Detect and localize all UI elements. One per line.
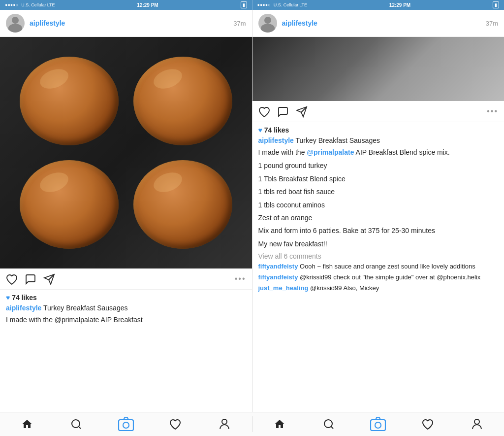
right-caption: aiplifestyle Turkey Breakfast Sausages: [258, 136, 499, 146]
left-caption-body: I made with the @primalpalate AIP Breakf…: [6, 315, 246, 325]
nav-left: [0, 412, 252, 436]
nav-camera-left[interactable]: [115, 413, 137, 435]
right-comment-icon[interactable]: [277, 105, 289, 118]
time-left: 12:29 PM: [137, 2, 158, 8]
view-all-comments[interactable]: View all 6 comments: [258, 252, 499, 260]
right-more-icon[interactable]: •••: [487, 107, 498, 116]
nav-profile-left[interactable]: [214, 413, 235, 435]
right-avatar: [258, 14, 277, 33]
signal-dots-left: ●●●●○ U.S. Cellular LTE: [5, 2, 55, 7]
time-right: 12:29 PM: [389, 2, 410, 8]
right-share-icon[interactable]: [296, 105, 308, 118]
right-panel: aiplifestyle 37m: [252, 10, 504, 412]
right-action-bar: •••: [252, 101, 504, 122]
right-caption-intro: I made with the @primalpalate AIP Breakf…: [258, 148, 499, 158]
left-panel: aiplifestyle 37m: [0, 10, 252, 412]
recipe-line-2: 1 tbls red boat fish sauce: [258, 185, 499, 198]
nav-search-right[interactable]: [318, 413, 340, 435]
left-caption-username[interactable]: aiplifestyle: [6, 304, 41, 312]
left-avatar: [6, 14, 25, 33]
left-likes: ♥ 74 likes: [6, 294, 246, 302]
nav-camera-right[interactable]: [367, 413, 389, 435]
recipe-line-0: 1 pound ground turkey: [258, 159, 499, 172]
right-like-icon[interactable]: [258, 105, 270, 118]
battery-left: ▮: [241, 1, 247, 8]
recipe-line-4: Zest of an orange: [258, 211, 499, 224]
svg-point-3: [222, 419, 227, 424]
svg-point-0: [72, 420, 80, 428]
patty-1: [20, 57, 119, 145]
recipe-line-6: My new fav breakfast!!: [258, 237, 499, 250]
nav-heart-left[interactable]: [164, 413, 186, 435]
status-bar-right: ●●●●○ U.S. Cellular LTE 12:29 PM ▮: [252, 0, 504, 10]
recipe-line-5: Mix and form into 6 patties. Bake at 375…: [258, 224, 499, 237]
nav-search-left[interactable]: [65, 413, 87, 435]
comment-1: fiftyandfeisty @krissid99 check out "the…: [258, 273, 499, 282]
recipe-line-3: 1 tbls coconut aminos: [258, 199, 499, 211]
right-timestamp: 37m: [486, 20, 498, 27]
nav-right: [252, 412, 504, 436]
left-comment-icon[interactable]: [25, 272, 36, 285]
nav-home-right[interactable]: [269, 413, 290, 435]
patty-2: [133, 57, 232, 145]
right-post-content: ♥ 74 likes aiplifestyle Turkey Breakfast…: [252, 122, 504, 412]
left-share-icon[interactable]: [43, 272, 55, 285]
left-timestamp: 37m: [233, 20, 246, 27]
nav-heart-right[interactable]: [417, 413, 439, 435]
left-post-content: ♥ 74 likes aiplifestyle Turkey Breakfast…: [0, 290, 252, 412]
svg-point-2: [123, 422, 129, 428]
left-like-icon[interactable]: [6, 272, 18, 285]
bottom-nav: [0, 412, 504, 436]
main-content: aiplifestyle 37m: [0, 10, 504, 412]
comment-2: just_me_healing @krissid99 Also, Mickey: [258, 284, 499, 293]
patty-4: [133, 160, 232, 249]
right-likes: ♥ 74 likes: [258, 126, 499, 134]
right-photo-inner: [252, 37, 504, 101]
svg-rect-1: [119, 420, 133, 431]
left-caption: aiplifestyle Turkey Breakfast Sausages: [6, 303, 246, 313]
nav-home-left[interactable]: [16, 413, 38, 435]
svg-point-6: [375, 422, 381, 428]
svg-point-7: [474, 419, 479, 424]
status-bar: ●●●●○ U.S. Cellular LTE 12:29 PM ▮ ●●●●○…: [0, 0, 504, 10]
left-username[interactable]: aiplifestyle: [30, 19, 233, 27]
status-bar-left: ●●●●○ U.S. Cellular LTE 12:29 PM ▮: [0, 0, 252, 10]
comment-0: fiftyandfeisty Oooh ~ fish sauce and ora…: [258, 262, 499, 271]
right-user-header: aiplifestyle 37m: [252, 10, 504, 37]
nav-profile-right[interactable]: [466, 413, 488, 435]
left-more-icon[interactable]: •••: [235, 274, 246, 283]
left-user-header: aiplifestyle 37m: [0, 10, 252, 37]
right-caption-username[interactable]: aiplifestyle: [258, 136, 294, 144]
battery-right: ▮: [493, 1, 499, 8]
recipe-line-1: 1 Tbls Breakfast Blend spice: [258, 172, 499, 185]
right-action-icons: [258, 105, 487, 118]
left-action-icons: [6, 272, 235, 285]
svg-point-4: [324, 420, 332, 428]
left-action-bar: •••: [0, 268, 252, 290]
svg-rect-5: [371, 420, 385, 431]
right-username[interactable]: aiplifestyle: [282, 19, 486, 27]
left-photo-placeholder: [0, 37, 252, 268]
left-photo: [0, 37, 252, 268]
sausage-grid: [0, 37, 252, 268]
right-photo-strip: [252, 37, 504, 101]
patty-3: [20, 160, 119, 249]
signal-dots-right: ●●●●○ U.S. Cellular LTE: [257, 2, 308, 7]
